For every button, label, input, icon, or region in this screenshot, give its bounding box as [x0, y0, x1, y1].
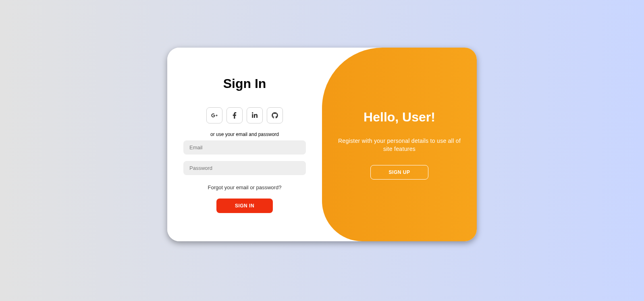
sign-in-title: Sign In — [223, 76, 266, 91]
email-input[interactable] — [183, 140, 306, 155]
sign-up-prompt-panel: Hello, User! Register with your personal… — [322, 48, 477, 241]
forgot-password-link[interactable]: Forgot your email or password? — [208, 184, 282, 190]
sign-in-form: Sign In or use your email and password F… — [167, 48, 322, 241]
hello-title: Hello, User! — [364, 110, 435, 125]
register-description: Register with your personal details to u… — [334, 137, 465, 153]
password-input[interactable] — [183, 161, 306, 175]
sign-up-button[interactable]: Sign Up — [370, 165, 429, 180]
github-icon — [272, 112, 278, 119]
facebook-login[interactable] — [226, 107, 243, 123]
google-plus-icon — [211, 112, 218, 119]
linkedin-login[interactable] — [247, 107, 263, 123]
linkedin-icon — [251, 112, 258, 119]
social-alt-text: or use your email and password — [210, 132, 279, 137]
toggle-background: Hello, User! Register with your personal… — [322, 48, 477, 241]
google-plus-login[interactable] — [206, 107, 222, 123]
sign-in-button[interactable]: Sign In — [216, 199, 273, 213]
login-container: Sign In or use your email and password F… — [167, 48, 477, 241]
social-icons-row — [206, 107, 283, 123]
github-login[interactable] — [267, 107, 283, 123]
facebook-icon — [231, 112, 238, 119]
toggle-container: Hello, User! Register with your personal… — [322, 48, 477, 241]
sign-in-panel: Sign In or use your email and password F… — [167, 48, 322, 241]
